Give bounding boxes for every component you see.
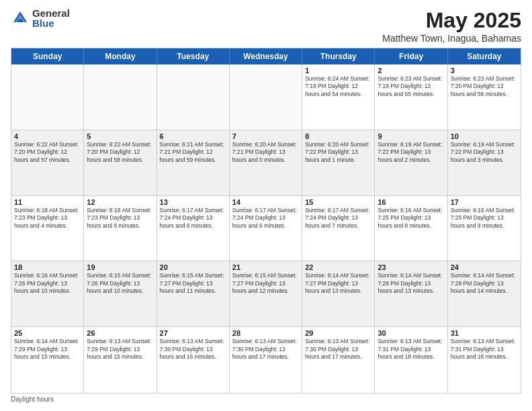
location: Matthew Town, Inagua, Bahamas	[382, 33, 521, 44]
month-title: May 2025	[382, 8, 521, 33]
cell-date: 28	[232, 329, 299, 337]
day-header-sunday: Sunday	[11, 48, 84, 64]
cell-info: Sunrise: 6:15 AM Sunset: 7:27 PM Dayligh…	[160, 272, 226, 295]
cell-date: 7	[232, 132, 299, 140]
cell-info: Sunrise: 6:23 AM Sunset: 7:20 PM Dayligh…	[451, 75, 518, 98]
cell-info: Sunrise: 6:20 AM Sunset: 7:22 PM Dayligh…	[305, 141, 371, 164]
cell-date: 21	[232, 263, 299, 271]
day-header-thursday: Thursday	[302, 48, 375, 64]
page: General Blue May 2025 Matthew Town, Inag…	[0, 0, 532, 411]
calendar-cell: 27Sunrise: 6:13 AM Sunset: 7:30 PM Dayli…	[157, 327, 230, 393]
cell-info: Sunrise: 6:22 AM Sunset: 7:20 PM Dayligh…	[87, 141, 153, 164]
cell-info: Sunrise: 6:13 AM Sunset: 7:30 PM Dayligh…	[232, 338, 299, 361]
cell-info: Sunrise: 6:13 AM Sunset: 7:30 PM Dayligh…	[160, 338, 226, 361]
cell-info: Sunrise: 6:22 AM Sunset: 7:20 PM Dayligh…	[14, 141, 81, 164]
cell-info: Sunrise: 6:16 AM Sunset: 7:25 PM Dayligh…	[378, 207, 444, 230]
calendar-cell: 13Sunrise: 6:17 AM Sunset: 7:24 PM Dayli…	[157, 196, 230, 261]
cell-date: 25	[14, 329, 81, 337]
calendar-body: 1Sunrise: 6:24 AM Sunset: 7:19 PM Daylig…	[11, 64, 521, 393]
calendar-cell: 11Sunrise: 6:18 AM Sunset: 7:23 PM Dayli…	[11, 196, 84, 261]
cell-info: Sunrise: 6:13 AM Sunset: 7:30 PM Dayligh…	[305, 338, 371, 361]
cell-info: Sunrise: 6:13 AM Sunset: 7:31 PM Dayligh…	[451, 338, 518, 361]
cell-info: Sunrise: 6:20 AM Sunset: 7:21 PM Dayligh…	[232, 141, 299, 164]
cell-info: Sunrise: 6:13 AM Sunset: 7:31 PM Dayligh…	[378, 338, 444, 361]
calendar-cell: 25Sunrise: 6:14 AM Sunset: 7:29 PM Dayli…	[11, 327, 84, 393]
calendar-row: 11Sunrise: 6:18 AM Sunset: 7:23 PM Dayli…	[11, 196, 521, 262]
cell-date: 26	[87, 329, 153, 337]
day-header-monday: Monday	[84, 48, 157, 64]
cell-date: 17	[451, 198, 518, 206]
calendar-cell: 31Sunrise: 6:13 AM Sunset: 7:31 PM Dayli…	[448, 327, 521, 393]
cell-date: 23	[378, 263, 444, 271]
calendar-cell	[157, 64, 230, 130]
svg-rect-2	[17, 19, 23, 22]
calendar-cell: 7Sunrise: 6:20 AM Sunset: 7:21 PM Daylig…	[230, 130, 302, 195]
footer-note: Daylight hours	[11, 394, 521, 403]
calendar-cell: 10Sunrise: 6:19 AM Sunset: 7:22 PM Dayli…	[448, 130, 521, 195]
calendar-row: 25Sunrise: 6:14 AM Sunset: 7:29 PM Dayli…	[11, 327, 521, 393]
cell-date: 3	[451, 66, 518, 75]
cell-info: Sunrise: 6:18 AM Sunset: 7:23 PM Dayligh…	[87, 207, 153, 230]
calendar-cell: 28Sunrise: 6:13 AM Sunset: 7:30 PM Dayli…	[230, 327, 302, 393]
cell-info: Sunrise: 6:21 AM Sunset: 7:21 PM Dayligh…	[160, 141, 226, 164]
calendar-cell: 30Sunrise: 6:13 AM Sunset: 7:31 PM Dayli…	[375, 327, 447, 393]
cell-date: 30	[378, 329, 444, 337]
cell-date: 19	[87, 263, 153, 271]
day-header-saturday: Saturday	[448, 48, 521, 64]
cell-date: 27	[160, 329, 226, 337]
logo-general-text: General	[32, 8, 70, 18]
cell-info: Sunrise: 6:17 AM Sunset: 7:24 PM Dayligh…	[160, 207, 226, 230]
cell-date: 16	[378, 198, 444, 206]
calendar-cell: 20Sunrise: 6:15 AM Sunset: 7:27 PM Dayli…	[157, 261, 230, 326]
calendar-row: 1Sunrise: 6:24 AM Sunset: 7:19 PM Daylig…	[11, 64, 521, 130]
cell-date: 12	[87, 198, 153, 206]
calendar-cell: 8Sunrise: 6:20 AM Sunset: 7:22 PM Daylig…	[302, 130, 375, 195]
cell-info: Sunrise: 6:14 AM Sunset: 7:27 PM Dayligh…	[305, 272, 371, 295]
cell-date: 13	[160, 198, 226, 206]
calendar-row: 4Sunrise: 6:22 AM Sunset: 7:20 PM Daylig…	[11, 130, 521, 196]
day-header-wednesday: Wednesday	[230, 48, 302, 64]
cell-date: 18	[14, 263, 81, 271]
cell-date: 15	[305, 198, 371, 206]
cell-date: 22	[305, 263, 371, 271]
calendar-cell: 2Sunrise: 6:23 AM Sunset: 7:19 PM Daylig…	[375, 64, 447, 130]
calendar-cell: 14Sunrise: 6:17 AM Sunset: 7:24 PM Dayli…	[230, 196, 302, 261]
logo-text: General Blue	[32, 8, 70, 28]
cell-info: Sunrise: 6:16 AM Sunset: 7:26 PM Dayligh…	[14, 272, 81, 295]
calendar-cell: 19Sunrise: 6:15 AM Sunset: 7:26 PM Dayli…	[84, 261, 157, 326]
calendar-cell: 29Sunrise: 6:13 AM Sunset: 7:30 PM Dayli…	[302, 327, 375, 393]
calendar-cell: 24Sunrise: 6:14 AM Sunset: 7:28 PM Dayli…	[448, 261, 521, 326]
logo: General Blue	[11, 8, 70, 28]
cell-date: 6	[160, 132, 226, 140]
calendar-cell: 23Sunrise: 6:14 AM Sunset: 7:28 PM Dayli…	[375, 261, 447, 326]
cell-date: 4	[14, 132, 81, 140]
calendar-cell: 4Sunrise: 6:22 AM Sunset: 7:20 PM Daylig…	[11, 130, 84, 195]
calendar-cell: 6Sunrise: 6:21 AM Sunset: 7:21 PM Daylig…	[157, 130, 230, 195]
calendar-cell	[230, 64, 302, 130]
calendar-cell	[84, 64, 157, 130]
cell-info: Sunrise: 6:17 AM Sunset: 7:24 PM Dayligh…	[305, 207, 371, 230]
day-header-friday: Friday	[375, 48, 447, 64]
calendar-cell: 15Sunrise: 6:17 AM Sunset: 7:24 PM Dayli…	[302, 196, 375, 261]
cell-date: 20	[160, 263, 226, 271]
calendar-cell: 1Sunrise: 6:24 AM Sunset: 7:19 PM Daylig…	[302, 64, 375, 130]
cell-info: Sunrise: 6:23 AM Sunset: 7:19 PM Dayligh…	[378, 75, 444, 98]
cell-info: Sunrise: 6:14 AM Sunset: 7:28 PM Dayligh…	[451, 272, 518, 295]
cell-date: 9	[378, 132, 444, 140]
cell-info: Sunrise: 6:16 AM Sunset: 7:25 PM Dayligh…	[451, 207, 518, 230]
calendar-cell: 17Sunrise: 6:16 AM Sunset: 7:25 PM Dayli…	[448, 196, 521, 261]
cell-date: 8	[305, 132, 371, 140]
calendar-cell: 9Sunrise: 6:19 AM Sunset: 7:22 PM Daylig…	[375, 130, 447, 195]
cell-date: 1	[305, 66, 371, 75]
cell-date: 29	[305, 329, 371, 337]
cell-info: Sunrise: 6:14 AM Sunset: 7:28 PM Dayligh…	[378, 272, 444, 295]
cell-date: 10	[451, 132, 518, 140]
cell-info: Sunrise: 6:17 AM Sunset: 7:24 PM Dayligh…	[232, 207, 299, 230]
header: General Blue May 2025 Matthew Town, Inag…	[11, 8, 521, 44]
calendar-cell: 3Sunrise: 6:23 AM Sunset: 7:20 PM Daylig…	[448, 64, 521, 130]
cell-info: Sunrise: 6:14 AM Sunset: 7:29 PM Dayligh…	[14, 338, 81, 361]
cell-date: 24	[451, 263, 518, 271]
calendar-cell	[11, 64, 84, 130]
calendar-row: 18Sunrise: 6:16 AM Sunset: 7:26 PM Dayli…	[11, 261, 521, 327]
calendar-cell: 21Sunrise: 6:15 AM Sunset: 7:27 PM Dayli…	[230, 261, 302, 326]
